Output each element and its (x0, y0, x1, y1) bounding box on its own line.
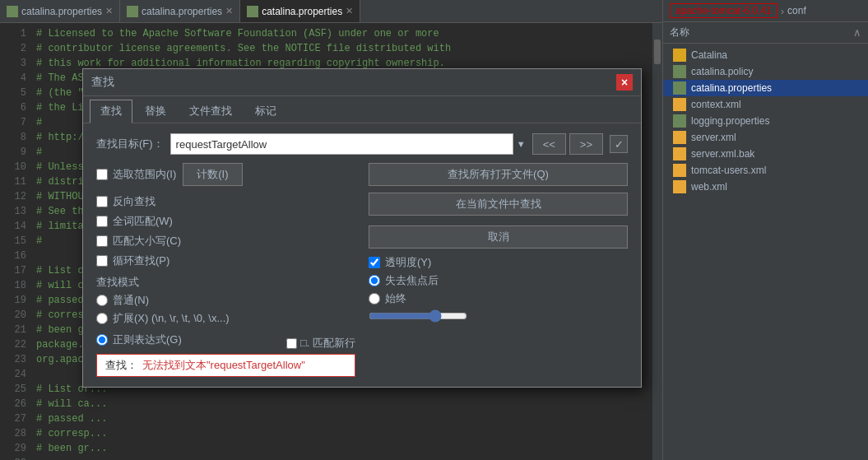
breadcrumb-bar: apache-tomcat-6.0.41 › conf (663, 0, 868, 22)
line-number: 5 (0, 86, 33, 100)
transparency-checkbox[interactable] (369, 257, 380, 268)
options-area: 选取范围内(I) 计数(I) 反向查找 (96, 163, 628, 377)
check-button[interactable]: ✓ (610, 135, 628, 153)
line-content: # (33, 145, 42, 160)
line-content: # contributor license agreements. See th… (33, 41, 451, 56)
file-list: Catalina catalina.policy catalina.proper… (663, 44, 868, 460)
code-line: 28# corresp... (0, 426, 652, 441)
transparency-slider[interactable] (369, 309, 467, 323)
code-line: 27# passed ... (0, 411, 652, 426)
tab-bar: catalina.properties ✕ catalina.propertie… (0, 0, 662, 23)
vertical-scrollbar[interactable] (652, 23, 662, 460)
nav-next-button[interactable]: >> (569, 133, 603, 155)
line-number: 8 (0, 130, 33, 145)
dialog-body: 查找目标(F)： ▼ << >> ✓ (83, 123, 641, 387)
cancel-button[interactable]: 取消 (369, 225, 628, 249)
option-label-3: 循环查找(P) (113, 253, 169, 268)
line-number: 16 (0, 249, 33, 263)
line-number: 25 (0, 382, 33, 397)
tab-1[interactable]: catalina.properties ✕ (0, 0, 120, 22)
tab-2[interactable]: catalina.properties ✕ (120, 0, 240, 22)
option-label-2: 匹配大小写(C) (113, 234, 181, 249)
line-content: # corresp... (33, 426, 107, 441)
file-icon (673, 131, 686, 144)
trans-radio-0[interactable] (369, 275, 380, 286)
line-number: 1 (0, 26, 33, 41)
option-row-3: 循环查找(P) (96, 253, 355, 268)
file-item[interactable]: server.xml.bak (663, 146, 868, 162)
file-icon (673, 164, 686, 177)
breadcrumb-separator: › (781, 5, 784, 17)
code-line: 30 (0, 456, 652, 460)
newline-label: □. 匹配新行 (300, 336, 355, 351)
file-icon (673, 49, 686, 62)
line-content (33, 367, 36, 382)
scope-checkbox[interactable] (96, 169, 108, 180)
line-number: 6 (0, 100, 33, 115)
file-item[interactable]: catalina.policy (663, 63, 868, 80)
line-content: # passed ... (33, 411, 107, 426)
tab-2-label: catalina.properties (142, 6, 222, 17)
line-content: # (33, 115, 42, 130)
option-checkbox-1[interactable] (96, 216, 108, 227)
dialog-close-button[interactable]: × (616, 74, 633, 91)
newline-checkbox[interactable] (286, 338, 297, 349)
option-checkbox-0[interactable] (96, 196, 108, 207)
search-mode-section: 查找模式 普通(N) 扩展(X) (\n, \r, \t, \0, \x...) (96, 275, 355, 351)
trans-radio-1[interactable] (369, 293, 380, 304)
find-input-wrapper: ▼ (170, 133, 526, 155)
find-all-open-button[interactable]: 查找所有打开文件(Q) (369, 163, 628, 186)
file-name: server.xml.bak (691, 148, 754, 160)
option-label-1: 全词匹配(W) (113, 214, 173, 229)
file-name: catalina.properties (691, 82, 772, 94)
file-name: context.xml (691, 99, 741, 110)
option-label-0: 反向查找 (113, 194, 155, 209)
option-checkbox-3[interactable] (96, 255, 108, 267)
line-number: 30 (0, 456, 33, 460)
option-checkbox-2[interactable] (96, 235, 108, 247)
dialog-tab-replace[interactable]: 替换 (134, 100, 177, 123)
line-number: 29 (0, 441, 33, 456)
scrollbar-thumb[interactable] (654, 39, 661, 64)
file-icon (673, 65, 686, 78)
code-line: 1# Licensed to the Apache Software Found… (0, 26, 652, 41)
tab-3-close[interactable]: ✕ (346, 6, 353, 16)
file-item[interactable]: Catalina (663, 47, 868, 63)
mode-radio-1[interactable] (96, 313, 108, 324)
file-icon (673, 147, 686, 160)
count-button[interactable]: 计数(I) (183, 163, 242, 186)
file-item[interactable]: web.xml (663, 179, 868, 195)
dialog-title: 查找 (91, 75, 114, 90)
find-in-current-button[interactable]: 在当前文件中查找 (369, 193, 628, 216)
mode-row-2: 正则表达式(G) (96, 332, 182, 347)
dropdown-arrow: ▼ (517, 139, 526, 149)
file-item[interactable]: logging.properties (663, 113, 868, 129)
panel-title: 名称 (670, 26, 689, 39)
file-item[interactable]: catalina.properties (663, 80, 868, 96)
option-row-1: 全词匹配(W) (96, 214, 355, 229)
search-status: 查找： 无法找到文本"requestTargetAllow" (96, 354, 355, 377)
file-item[interactable]: context.xml (663, 96, 868, 113)
line-number: 3 (0, 56, 33, 71)
dialog-tab-mark[interactable]: 标记 (244, 100, 287, 123)
tab-1-close[interactable]: ✕ (105, 6, 113, 16)
file-item[interactable]: tomcat-users.xml (663, 162, 868, 179)
tab-2-icon (127, 6, 138, 17)
tab-3[interactable]: catalina.properties ✕ (240, 0, 360, 22)
mode-radio-0[interactable] (96, 295, 108, 306)
line-number: 20 (0, 308, 33, 323)
code-line: 2# contributor license agreements. See t… (0, 41, 652, 56)
tab-2-close[interactable]: ✕ (225, 6, 233, 16)
file-item[interactable]: server.xml (663, 129, 868, 146)
option-row-2: 匹配大小写(C) (96, 234, 355, 249)
panel-collapse-button[interactable]: ∧ (853, 26, 861, 39)
trans-label-0: 失去焦点后 (385, 273, 439, 288)
nav-prev-button[interactable]: << (532, 133, 566, 155)
breadcrumb-project[interactable]: apache-tomcat-6.0.41 (670, 3, 777, 18)
dialog-tab-find[interactable]: 查找 (90, 100, 132, 123)
dialog-tab-filefind[interactable]: 文件查找 (179, 100, 243, 123)
line-number: 27 (0, 411, 33, 426)
find-input[interactable] (170, 133, 513, 155)
line-number: 15 (0, 234, 33, 249)
mode-radio-2[interactable] (96, 334, 108, 346)
